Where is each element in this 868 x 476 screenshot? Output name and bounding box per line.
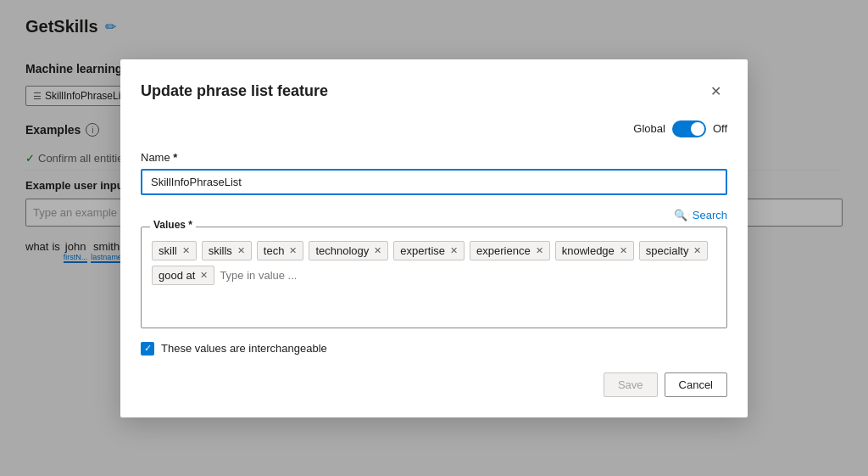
- value-tag-good-at[interactable]: good at ✕: [152, 266, 214, 285]
- remove-skills[interactable]: ✕: [237, 245, 245, 256]
- values-box: Values * skill ✕ skills ✕ tech ✕ technol…: [141, 227, 727, 328]
- interchangeable-label: These values are interchangeable: [161, 342, 327, 355]
- save-button[interactable]: Save: [604, 372, 658, 397]
- value-tag-technology[interactable]: technology ✕: [309, 241, 388, 260]
- value-tag-specialty[interactable]: specialty ✕: [639, 241, 709, 260]
- search-label[interactable]: Search: [693, 209, 727, 221]
- type-value-input[interactable]: [220, 266, 362, 285]
- global-toggle[interactable]: [672, 120, 706, 137]
- interchangeable-checkbox[interactable]: ✓: [141, 342, 154, 356]
- update-phrase-list-modal: Update phrase list feature ✕ Global Off …: [120, 59, 748, 417]
- value-tag-skills[interactable]: skills ✕: [202, 241, 252, 260]
- value-tag-tech[interactable]: tech ✕: [257, 241, 304, 260]
- name-input[interactable]: [141, 169, 727, 195]
- cancel-button[interactable]: Cancel: [665, 372, 727, 397]
- value-tag-skill[interactable]: skill ✕: [152, 241, 197, 260]
- remove-expertise[interactable]: ✕: [450, 245, 458, 256]
- remove-experience[interactable]: ✕: [536, 245, 543, 256]
- remove-technology[interactable]: ✕: [374, 245, 381, 256]
- remove-tech[interactable]: ✕: [289, 245, 297, 256]
- values-tags-container: skill ✕ skills ✕ tech ✕ technology ✕ exp…: [152, 238, 716, 285]
- toggle-state-label: Off: [713, 122, 727, 135]
- global-label: Global: [633, 122, 665, 135]
- name-field-label: Name *: [141, 151, 727, 164]
- value-tag-experience[interactable]: experience ✕: [470, 241, 550, 260]
- modal-title: Update phrase list feature: [141, 82, 328, 100]
- value-tag-knowledge[interactable]: knowledge ✕: [555, 241, 634, 260]
- value-tag-expertise[interactable]: expertise ✕: [393, 241, 465, 260]
- modal-footer: Save Cancel: [141, 372, 727, 397]
- remove-skill[interactable]: ✕: [182, 245, 190, 256]
- modal-header: Update phrase list feature ✕: [141, 80, 727, 104]
- global-toggle-row: Global Off: [141, 120, 727, 137]
- remove-good-at[interactable]: ✕: [200, 270, 208, 281]
- search-row[interactable]: 🔍 Search: [141, 209, 727, 221]
- toggle-knob: [691, 122, 704, 136]
- search-icon: 🔍: [674, 209, 687, 221]
- remove-specialty[interactable]: ✕: [693, 245, 701, 256]
- values-legend: Values *: [150, 219, 196, 231]
- interchangeable-row: ✓ These values are interchangeable: [141, 342, 727, 356]
- modal-close-button[interactable]: ✕: [704, 80, 727, 104]
- remove-knowledge[interactable]: ✕: [620, 245, 627, 256]
